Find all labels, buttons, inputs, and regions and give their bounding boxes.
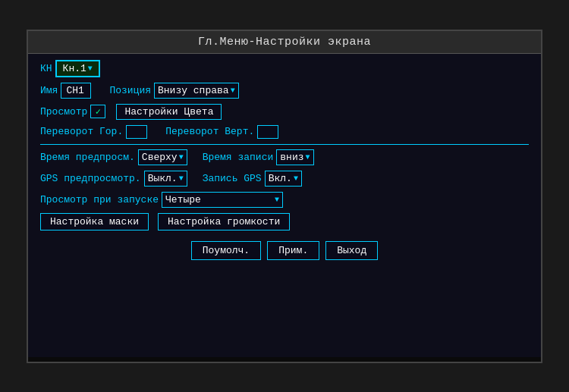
row-name-position: Имя СН1 Позиция Внизу справа ▼ [40, 83, 529, 99]
gps-preview-label: GPS предпросмотр. [40, 173, 141, 184]
row-time: Время предпросм. Сверху ▼ Время записи в… [40, 149, 529, 165]
row-startup: Просмотр при запуске Четыре ▼ [40, 192, 529, 208]
record-time-label: Время записи [203, 152, 274, 163]
startup-preview-label: Просмотр при запуске [40, 194, 159, 205]
name-input[interactable]: СН1 [61, 83, 91, 99]
row-mask-volume: Настройка маски Настройка громкости [40, 213, 529, 230]
position-label: Позиция [109, 85, 151, 96]
preview-time-label: Время предпросм. [40, 152, 135, 163]
row-preview-color: Просмотр ✓ Настройки Цвета [40, 104, 529, 120]
content-area: КН Кн.1 ▼ Имя СН1 Позиция Внизу справа ▼… [28, 54, 541, 357]
kn-arrow-icon: ▼ [88, 64, 93, 73]
startup-preview-value: Четыре [165, 194, 201, 205]
exit-button[interactable]: Выход [325, 241, 378, 260]
apply-button[interactable]: Прим. [267, 241, 319, 260]
kn-label: КН [40, 63, 52, 74]
gps-record-arrow-icon: ▼ [294, 174, 298, 183]
title-bar: Гл.Меню-Настройки экрана [28, 31, 541, 54]
default-button[interactable]: Поумолч. [191, 241, 261, 260]
gps-record-value: Вкл. [269, 173, 292, 184]
position-value: Внизу справа [158, 85, 229, 96]
row-gps: GPS предпросмотр. Выкл. ▼ Запись GPS Вкл… [40, 171, 529, 187]
mask-settings-button[interactable]: Настройка маски [40, 213, 149, 230]
startup-preview-dropdown[interactable]: Четыре ▼ [162, 192, 283, 208]
kn-dropdown[interactable]: Кн.1 ▼ [55, 60, 100, 77]
divider-1 [40, 144, 529, 145]
flip-hor-label: Переворот Гор. [40, 126, 123, 137]
flip-vert-label: Переворот Верт. [165, 126, 254, 137]
kn-value: Кн.1 [63, 63, 86, 74]
action-buttons: Поумолч. Прим. Выход [40, 241, 529, 260]
gps-preview-value: Выкл. [148, 173, 178, 184]
record-time-value: вниз [280, 152, 303, 163]
gps-preview-dropdown[interactable]: Выкл. ▼ [144, 171, 187, 187]
title-text: Гл.Меню-Настройки экрана [198, 36, 371, 49]
main-screen: Гл.Меню-Настройки экрана КН Кн.1 ▼ Имя С… [27, 30, 542, 363]
preview-time-dropdown[interactable]: Сверху ▼ [138, 149, 187, 165]
position-dropdown[interactable]: Внизу справа ▼ [154, 83, 239, 99]
record-time-arrow-icon: ▼ [306, 153, 310, 162]
startup-preview-arrow-icon: ▼ [275, 196, 279, 204]
row-kn: КН Кн.1 ▼ [40, 60, 529, 77]
volume-settings-button[interactable]: Настройка громкости [158, 213, 290, 230]
position-arrow-icon: ▼ [231, 86, 235, 95]
record-time-dropdown[interactable]: вниз ▼ [276, 149, 313, 165]
gps-preview-arrow-icon: ▼ [179, 174, 184, 183]
row-flip: Переворот Гор. Переворот Верт. [40, 125, 529, 139]
preview-time-arrow-icon: ▼ [179, 153, 184, 162]
flip-vert-checkbox[interactable] [257, 125, 278, 139]
preview-checkbox[interactable]: ✓ [90, 105, 105, 118]
gps-record-label: Запись GPS [203, 173, 262, 184]
name-label: Имя [40, 85, 58, 96]
color-settings-button[interactable]: Настройки Цвета [116, 104, 222, 120]
preview-label: Просмотр [40, 106, 87, 118]
gps-record-dropdown[interactable]: Вкл. ▼ [265, 171, 302, 187]
preview-time-value: Сверху [142, 152, 178, 163]
flip-hor-checkbox[interactable] [126, 125, 147, 139]
